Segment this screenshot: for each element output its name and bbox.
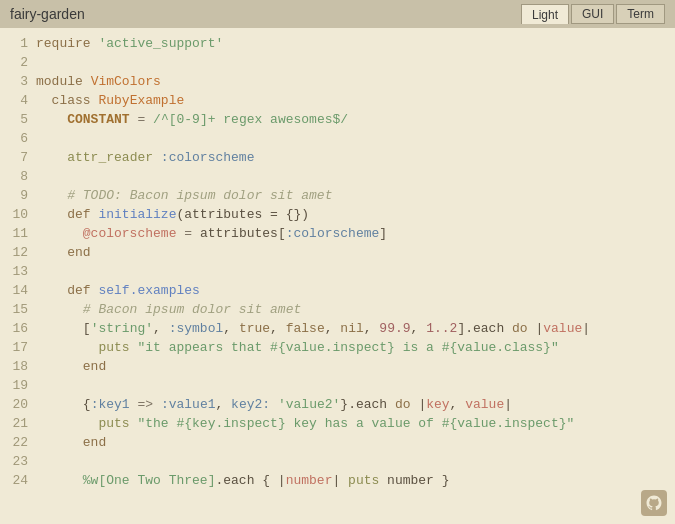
- code-line-7: attr_reader :colorscheme: [36, 148, 675, 167]
- line-num-8: 8: [20, 167, 28, 186]
- line-num-1: 1: [20, 34, 28, 53]
- code-line-4: class RubyExample: [36, 91, 675, 110]
- line-num-9: 9: [20, 186, 28, 205]
- code-line-2: [36, 53, 675, 72]
- code-line-8: [36, 167, 675, 186]
- code-line-20: {:key1 => :value1, key2: 'value2'}.each …: [36, 395, 675, 414]
- code-line-11: @colorscheme = attributes[:colorscheme]: [36, 224, 675, 243]
- term-button[interactable]: Term: [616, 4, 665, 24]
- code-line-5: CONSTANT = /^[0-9]+ regex awesomes$/: [36, 110, 675, 129]
- line-num-21: 21: [12, 414, 28, 433]
- line-num-20: 20: [12, 395, 28, 414]
- line-num-14: 14: [12, 281, 28, 300]
- code-line-15: # Bacon ipsum dolor sit amet: [36, 300, 675, 319]
- github-icon[interactable]: [641, 490, 667, 516]
- code-line-19: [36, 376, 675, 395]
- code-line-13: [36, 262, 675, 281]
- line-num-22: 22: [12, 433, 28, 452]
- titlebar: fairy-garden Light GUI Term: [0, 0, 675, 28]
- line-num-2: 2: [20, 53, 28, 72]
- code-line-3: module VimColors: [36, 72, 675, 91]
- window-title: fairy-garden: [10, 6, 85, 22]
- code-area: 1 2 3 4 5 6 7 8 9 10 11 12 13 14 15 16 1…: [0, 28, 675, 524]
- code-line-16: ['string', :symbol, true, false, nil, 99…: [36, 319, 675, 338]
- line-num-18: 18: [12, 357, 28, 376]
- code-line-23: [36, 452, 675, 471]
- code-line-1: require 'active_support': [36, 34, 675, 53]
- code-line-21: puts "the #{key.inspect} key has a value…: [36, 414, 675, 433]
- line-num-7: 7: [20, 148, 28, 167]
- line-num-10: 10: [12, 205, 28, 224]
- line-num-6: 6: [20, 129, 28, 148]
- code-content: require 'active_support' module VimColor…: [36, 28, 675, 524]
- line-num-19: 19: [12, 376, 28, 395]
- line-num-17: 17: [12, 338, 28, 357]
- line-num-24: 24: [12, 471, 28, 490]
- line-num-3: 3: [20, 72, 28, 91]
- line-num-23: 23: [12, 452, 28, 471]
- line-num-16: 16: [12, 319, 28, 338]
- line-num-4: 4: [20, 91, 28, 110]
- code-line-24: %w[One Two Three].each { |number| puts n…: [36, 471, 675, 490]
- line-num-5: 5: [20, 110, 28, 129]
- code-line-18: end: [36, 357, 675, 376]
- gui-button[interactable]: GUI: [571, 4, 614, 24]
- code-line-12: end: [36, 243, 675, 262]
- line-num-12: 12: [12, 243, 28, 262]
- code-line-6: [36, 129, 675, 148]
- light-button[interactable]: Light: [521, 4, 569, 24]
- line-num-11: 11: [12, 224, 28, 243]
- code-line-9: # TODO: Bacon ipsum dolor sit amet: [36, 186, 675, 205]
- code-line-22: end: [36, 433, 675, 452]
- line-numbers: 1 2 3 4 5 6 7 8 9 10 11 12 13 14 15 16 1…: [0, 28, 36, 524]
- titlebar-buttons: Light GUI Term: [521, 4, 665, 24]
- line-num-15: 15: [12, 300, 28, 319]
- code-line-14: def self.examples: [36, 281, 675, 300]
- code-line-10: def initialize(attributes = {}): [36, 205, 675, 224]
- code-line-17: puts "it appears that #{value.inspect} i…: [36, 338, 675, 357]
- line-num-13: 13: [12, 262, 28, 281]
